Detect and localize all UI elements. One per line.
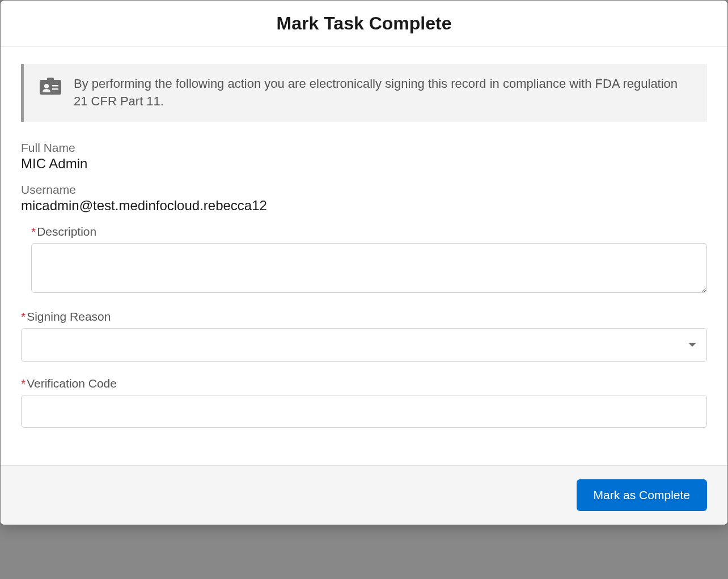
full-name-value: MIC Admin (21, 156, 707, 172)
mark-as-complete-button[interactable]: Mark as Complete (577, 479, 707, 511)
username-label: Username (21, 183, 707, 197)
modal-title: Mark Task Complete (12, 13, 716, 34)
required-asterisk: * (21, 377, 26, 390)
full-name-label: Full Name (21, 141, 707, 155)
verification-code-input[interactable] (21, 395, 707, 428)
modal-header: Mark Task Complete (1, 1, 727, 47)
username-value: micadmin@test.medinfocloud.rebecca12 (21, 198, 707, 214)
verification-code-group: *Verification Code (21, 377, 707, 428)
username-group: Username micadmin@test.medinfocloud.rebe… (21, 183, 707, 214)
svg-rect-1 (47, 78, 54, 82)
description-group: *Description (21, 225, 707, 295)
signing-reason-select[interactable] (21, 328, 707, 362)
svg-rect-0 (40, 80, 61, 95)
mark-task-complete-modal: Mark Task Complete By performing the fol… (0, 0, 728, 525)
id-badge-icon (40, 75, 61, 97)
svg-rect-3 (52, 85, 58, 87)
signing-reason-group: *Signing Reason (21, 310, 707, 362)
description-input[interactable] (31, 243, 707, 293)
modal-body: By performing the following action you a… (1, 47, 727, 465)
compliance-banner-text: By performing the following action you a… (74, 75, 691, 110)
verification-code-label: *Verification Code (21, 377, 707, 390)
required-asterisk: * (31, 225, 36, 238)
svg-rect-4 (52, 88, 58, 90)
full-name-group: Full Name MIC Admin (21, 141, 707, 172)
compliance-banner: By performing the following action you a… (21, 64, 707, 122)
modal-footer: Mark as Complete (1, 465, 727, 525)
svg-point-2 (44, 84, 49, 88)
required-asterisk: * (21, 310, 26, 323)
description-label: *Description (31, 225, 707, 239)
signing-reason-label: *Signing Reason (21, 310, 707, 323)
